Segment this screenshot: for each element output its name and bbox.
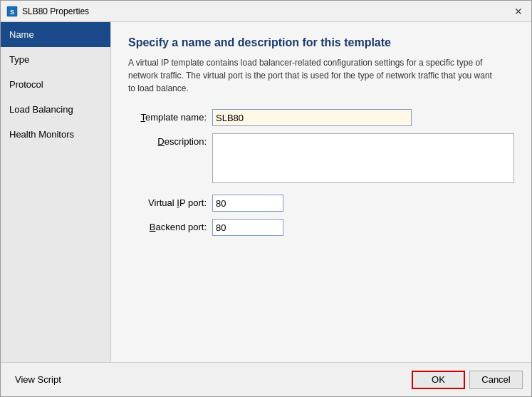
template-name-row: Template name:: [128, 109, 514, 126]
svg-text:S: S: [10, 9, 14, 16]
description-label: Description:: [128, 133, 207, 147]
sidebar-item-type[interactable]: Type: [1, 47, 110, 72]
sidebar-item-health-monitors[interactable]: Health Monitors: [1, 122, 110, 147]
title-bar: S SLB80 Properties ✕: [1, 1, 531, 22]
description-textarea[interactable]: [212, 133, 514, 183]
virtual-ip-port-label: Virtual IP port:: [128, 195, 207, 208]
sidebar-item-load-balancing[interactable]: Load Balancing: [1, 97, 110, 122]
title-bar-left: S SLB80 Properties: [6, 6, 89, 17]
virtual-ip-port-row: Virtual IP port:: [128, 195, 514, 212]
template-name-input[interactable]: [212, 109, 412, 126]
bottom-bar: View Script OK Cancel: [1, 362, 531, 396]
template-name-label: Template name:: [128, 109, 207, 123]
description-row: Description:: [128, 133, 514, 183]
window-body: Name Type Protocol Load Balancing Health…: [1, 22, 531, 362]
backend-port-row: Backend port:: [128, 219, 514, 236]
window-icon: S: [6, 6, 18, 17]
page-title: Specify a name and description for this …: [128, 36, 514, 49]
bottom-buttons: OK Cancel: [412, 371, 523, 389]
form-section: Template name: Description: Virtual IP p…: [128, 109, 514, 236]
backend-port-label: Backend port:: [128, 219, 207, 232]
virtual-ip-port-input[interactable]: [212, 195, 283, 212]
backend-port-input[interactable]: [212, 219, 283, 236]
window-title: SLB80 Properties: [22, 6, 89, 16]
page-description: A virtual IP template contains load bala…: [128, 56, 499, 95]
main-content: Specify a name and description for this …: [111, 22, 531, 362]
sidebar: Name Type Protocol Load Balancing Health…: [1, 22, 111, 362]
main-window: S SLB80 Properties ✕ Name Type Protocol …: [0, 0, 532, 397]
close-button[interactable]: ✕: [511, 4, 526, 19]
ok-button[interactable]: OK: [412, 371, 465, 389]
view-script-button[interactable]: View Script: [9, 371, 67, 388]
cancel-button[interactable]: Cancel: [469, 371, 523, 389]
sidebar-item-protocol[interactable]: Protocol: [1, 72, 110, 97]
sidebar-item-name[interactable]: Name: [1, 22, 110, 47]
